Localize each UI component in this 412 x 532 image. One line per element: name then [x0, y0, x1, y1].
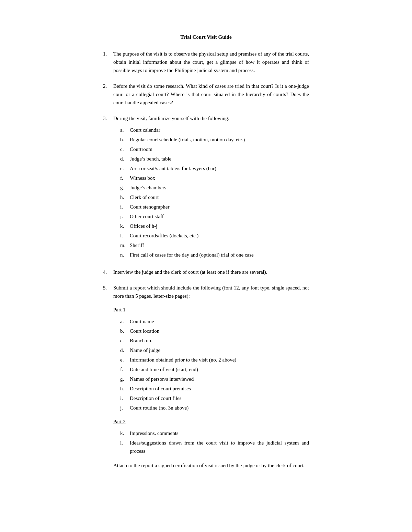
item-text: Before the visit do some research. What …: [113, 82, 309, 107]
item-text: The purpose of the visit is to observe t…: [113, 50, 309, 74]
item-content: Submit a report which should include the…: [113, 284, 309, 470]
list-item: k.Impressions, comments: [120, 429, 309, 437]
list-item: c.Branch no.: [120, 336, 309, 345]
sub-list: a.Court calendar b.Regular court schedul…: [120, 126, 309, 259]
list-item: j.Other court staff: [120, 212, 309, 221]
list-item: a.Court calendar: [120, 126, 309, 134]
alpha-text: Ideas/suggestions drawn from the court v…: [130, 439, 309, 455]
list-item: b.Regular court schedule (trials, motion…: [120, 135, 309, 144]
part-2-list: k.Impressions, comments l.Ideas/suggesti…: [120, 429, 309, 455]
alpha-label: i.: [120, 203, 130, 211]
alpha-text: Court routine (no. 3n above): [130, 404, 309, 412]
alpha-label: h.: [120, 193, 130, 201]
alpha-label: k.: [120, 222, 130, 230]
alpha-text: Court stenographer: [130, 203, 309, 211]
alpha-label: c.: [120, 336, 130, 345]
list-item: 2. Before the visit do some research. Wh…: [103, 82, 309, 107]
alpha-text: Courtroom: [130, 145, 309, 153]
alpha-label: g.: [120, 375, 130, 383]
item-text: Submit a report which should include the…: [113, 285, 309, 299]
list-item: h.Clerk of court: [120, 193, 309, 201]
alpha-text: Other court staff: [130, 212, 309, 221]
alpha-text: Impressions, comments: [130, 429, 309, 437]
list-item: f.Witness box: [120, 174, 309, 182]
item-content: During the visit, familiarize yourself w…: [113, 114, 309, 260]
list-item: d.Name of judge: [120, 346, 309, 354]
list-item: d.Judge’s bench, table: [120, 155, 309, 163]
alpha-label: l.: [120, 439, 130, 455]
alpha-text: Judge’s bench, table: [130, 155, 309, 163]
alpha-label: f.: [120, 174, 130, 182]
alpha-label: l.: [120, 232, 130, 240]
alpha-text: Area or seat/s ant table/s for lawyers (…: [130, 164, 309, 173]
list-item: j.Court routine (no. 3n above): [120, 404, 309, 412]
alpha-text: Names of person/s interviewed: [130, 375, 309, 383]
list-item: c.Courtroom: [120, 145, 309, 153]
main-list: 1. The purpose of the visit is to observ…: [103, 50, 309, 470]
list-item: g.Judge’s chambers: [120, 184, 309, 192]
alpha-text: Court calendar: [130, 126, 309, 134]
alpha-label: i.: [120, 394, 130, 402]
list-item: b.Court location: [120, 327, 309, 335]
alpha-text: Court records/files (dockets, etc.): [130, 232, 309, 240]
alpha-text: Description of court files: [130, 394, 309, 402]
list-item: l.Ideas/suggestions drawn from the court…: [120, 439, 309, 455]
list-item: h.Description of court premises: [120, 385, 309, 393]
item-text: Interview the judge and the clerk of cou…: [113, 268, 309, 276]
part-1-section: Part 1 a.Court name b.Court location c.B…: [113, 306, 309, 412]
alpha-label: f.: [120, 365, 130, 374]
alpha-label: g.: [120, 184, 130, 192]
attach-note: Attach to the report a signed certificat…: [113, 461, 309, 470]
alpha-text: Clerk of court: [130, 193, 309, 201]
alpha-text: Court name: [130, 317, 309, 326]
list-item: e.Information obtained prior to the visi…: [120, 356, 309, 364]
item-number: 4.: [103, 268, 113, 276]
alpha-label: a.: [120, 126, 130, 134]
part-1-heading: Part 1: [113, 306, 309, 314]
item-text: During the visit, familiarize yourself w…: [113, 116, 229, 121]
item-number: 1.: [103, 50, 113, 74]
alpha-text: First call of cases for the day and (opt…: [130, 251, 309, 259]
item-number: 5.: [103, 284, 113, 470]
alpha-label: e.: [120, 356, 130, 364]
page-title: Trial Court Visit Guide: [103, 34, 309, 40]
alpha-label: d.: [120, 155, 130, 163]
list-item: f.Date and time of visit (start; end): [120, 365, 309, 374]
list-item: k.Offices of h-j: [120, 222, 309, 230]
alpha-label: n.: [120, 251, 130, 259]
part-2-section: Part 2 k.Impressions, comments l.Ideas/s…: [113, 417, 309, 455]
alpha-text: Date and time of visit (start; end): [130, 365, 309, 374]
part-1-list: a.Court name b.Court location c.Branch n…: [120, 317, 309, 412]
alpha-text: Name of judge: [130, 346, 309, 354]
alpha-label: c.: [120, 145, 130, 153]
list-item: g.Names of person/s interviewed: [120, 375, 309, 383]
item-number: 2.: [103, 82, 113, 107]
alpha-label: m.: [120, 241, 130, 249]
list-item: a.Court name: [120, 317, 309, 326]
alpha-label: k.: [120, 429, 130, 437]
alpha-text: Information obtained prior to the visit …: [130, 356, 309, 364]
alpha-text: Branch no.: [130, 336, 309, 345]
alpha-text: Regular court schedule (trials, motion, …: [130, 135, 309, 144]
item-number: 3.: [103, 114, 113, 260]
alpha-text: Offices of h-j: [130, 222, 309, 230]
alpha-label: h.: [120, 385, 130, 393]
list-item: 3. During the visit, familiarize yoursel…: [103, 114, 309, 260]
alpha-text: Judge’s chambers: [130, 184, 309, 192]
alpha-text: Sheriff: [130, 241, 309, 249]
alpha-label: b.: [120, 327, 130, 335]
list-item: i.Description of court files: [120, 394, 309, 402]
alpha-text: Description of court premises: [130, 385, 309, 393]
alpha-label: e.: [120, 164, 130, 173]
alpha-label: j.: [120, 212, 130, 221]
list-item: l.Court records/files (dockets, etc.): [120, 232, 309, 240]
alpha-text: Witness box: [130, 174, 309, 182]
alpha-label: a.: [120, 317, 130, 326]
list-item: 5. Submit a report which should include …: [103, 284, 309, 470]
page: Trial Court Visit Guide 1. The purpose o…: [76, 14, 336, 498]
list-item: i.Court stenographer: [120, 203, 309, 211]
alpha-text: Court location: [130, 327, 309, 335]
alpha-label: d.: [120, 346, 130, 354]
alpha-label: j.: [120, 404, 130, 412]
list-item: e.Area or seat/s ant table/s for lawyers…: [120, 164, 309, 173]
